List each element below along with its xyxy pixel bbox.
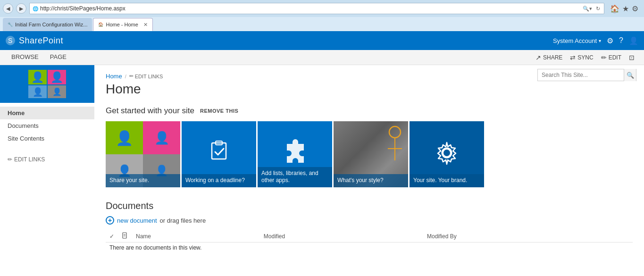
add-document-icon: +	[106, 216, 114, 225]
sidebar-edit-links[interactable]: ✏ EDIT LINKS	[0, 152, 94, 167]
share-person-pink: 👤	[143, 121, 180, 154]
col-modified-header: Modified	[260, 230, 423, 243]
settings-gear-icon[interactable]: ⚙	[607, 36, 613, 45]
ribbon-tabs: BROWSE PAGE ↗ SHARE ⇄ SYNC ✏ EDIT ⊡	[0, 50, 644, 65]
style-tile-label: What's your style?	[334, 174, 408, 187]
user-circle-icon[interactable]: 👤	[629, 36, 638, 45]
tab-browse[interactable]: BROWSE	[6, 50, 44, 65]
sidebar-item-home[interactable]: Home	[0, 107, 94, 119]
remove-this-button[interactable]: REMOVE THIS	[200, 108, 238, 114]
deadline-tile-label: Working on a deadline?	[182, 174, 256, 187]
tab-home[interactable]: 🏠 Home - Home ✕	[93, 18, 152, 31]
tab-initial-farm[interactable]: 🔧 Initial Farm Configuration Wiz...	[3, 18, 92, 31]
tile-style[interactable]: What's your style?	[334, 121, 408, 187]
search-input[interactable]	[538, 72, 624, 78]
col-file-icon	[118, 230, 132, 243]
apps-tile-label: Add lists, libraries, and other apps.	[258, 167, 332, 187]
svg-text:S: S	[8, 37, 12, 44]
refresh-button[interactable]: ↻	[595, 6, 601, 12]
sync-action[interactable]: ⇄ SYNC	[570, 54, 593, 61]
sidebar: 👤 👤 👤 👤 Home Documents Site Contents ✏ E…	[0, 65, 94, 276]
tab2-favicon: 🏠	[98, 22, 103, 27]
clipboard-check-icon	[207, 139, 231, 168]
settings-icon[interactable]: ⚙	[632, 4, 638, 13]
edit-links-label: EDIT LINKS	[14, 156, 45, 163]
share-icon: ↗	[535, 54, 541, 61]
col-name-header: Name	[132, 230, 260, 243]
user-account-button[interactable]: System Account ▾	[553, 37, 601, 44]
edit-action[interactable]: ✏ EDIT	[601, 54, 621, 61]
get-started-header: Get started with your site REMOVE THIS	[106, 106, 633, 116]
logo-person-pink: 👤	[48, 70, 66, 84]
home-icon[interactable]: 🏠	[610, 4, 619, 13]
style-decorative	[381, 125, 404, 163]
sharepoint-header: S SharePoint System Account ▾ ⚙ ? 👤	[0, 31, 644, 50]
site-logo: 👤 👤 👤 👤	[0, 65, 94, 103]
tab1-label: Initial Farm Configuration Wiz...	[15, 22, 87, 27]
edit-label: EDIT	[609, 54, 621, 61]
focus-action[interactable]: ⊡	[629, 54, 635, 61]
sharepoint-logo-text: SharePoint	[19, 36, 63, 46]
share-tile-label: Share your site.	[106, 174, 180, 187]
ribbon-right: ↗ SHARE ⇄ SYNC ✏ EDIT ⊡	[535, 54, 638, 61]
address-favicon: 🌐	[33, 6, 38, 11]
tile-share[interactable]: 👤 👤 👤 👤 Share your site.	[106, 121, 180, 187]
search-dropdown[interactable]: 🔍▾	[582, 6, 593, 12]
help-icon[interactable]: ?	[619, 36, 623, 45]
logo-person-green: 👤	[28, 70, 47, 84]
tab-page[interactable]: PAGE	[44, 50, 72, 65]
breadcrumb-edit-label: EDIT LINKS	[135, 74, 163, 79]
nav-list: Home Documents Site Contents	[0, 103, 94, 149]
sync-label: SYNC	[577, 54, 593, 61]
svg-rect-9	[123, 233, 126, 238]
favorites-icon[interactable]: ★	[622, 4, 629, 13]
content-area: 🔍 Home / ✏ EDIT LINKS Home Get started w…	[94, 65, 644, 276]
browser-right-buttons: 🏠 ★ ⚙	[607, 4, 641, 13]
tabs-bar: 🔧 Initial Farm Configuration Wiz... 🏠 Ho…	[0, 17, 644, 31]
col-modified-by-header: Modified By	[423, 230, 633, 243]
sidebar-item-documents[interactable]: Documents	[0, 119, 94, 132]
no-documents-message: There are no documents in this view.	[106, 243, 633, 253]
search-submit-button[interactable]: 🔍	[624, 69, 636, 81]
new-document-row: + new document or drag files here	[106, 216, 633, 225]
tile-brand[interactable]: Your site. Your brand.	[410, 121, 484, 187]
focus-icon: ⊡	[629, 54, 635, 61]
new-document-suffix: or drag files here	[160, 217, 206, 224]
breadcrumb-home-link[interactable]: Home	[106, 73, 122, 80]
breadcrumb-pencil-icon: ✏	[129, 73, 134, 79]
ribbon-left: BROWSE PAGE	[6, 50, 72, 65]
edit-links-pencil-icon: ✏	[8, 156, 12, 163]
svg-point-8	[443, 149, 451, 157]
breadcrumb-edit-links[interactable]: ✏ EDIT LINKS	[129, 73, 163, 79]
sync-icon: ⇄	[570, 54, 576, 61]
tiles-row: 👤 👤 👤 👤 Share your site.	[106, 121, 633, 187]
documents-table: ✓ Name Modified Modified By There are no…	[106, 230, 633, 253]
new-document-link[interactable]: new document	[117, 217, 157, 224]
puzzle-icon	[282, 139, 308, 168]
get-started-title: Get started with your site	[106, 106, 194, 116]
logo-person-blue: 👤	[28, 85, 47, 98]
tab1-favicon: 🔧	[8, 22, 13, 27]
sidebar-item-site-contents[interactable]: Site Contents	[0, 132, 94, 145]
tile-deadline[interactable]: Working on a deadline?	[182, 121, 256, 187]
share-action[interactable]: ↗ SHARE	[535, 54, 562, 61]
share-label: SHARE	[543, 54, 562, 61]
sp-header-right: System Account ▾ ⚙ ? 👤	[553, 36, 638, 45]
forward-button[interactable]: ▶	[16, 3, 26, 14]
svg-rect-2	[212, 143, 226, 159]
sp-logo: S SharePoint	[6, 36, 63, 46]
user-chevron-icon: ▾	[599, 38, 601, 43]
tile-apps[interactable]: Add lists, libraries, and other apps.	[258, 121, 332, 187]
sharepoint-logo-icon: S	[6, 36, 15, 45]
logo-person-gray: 👤	[48, 85, 66, 98]
user-label: System Account	[553, 37, 597, 44]
address-text: http://christ/SitePages/Home.aspx	[40, 5, 580, 12]
main-container: 👤 👤 👤 👤 Home Documents Site Contents ✏ E…	[0, 65, 644, 276]
back-button[interactable]: ◀	[3, 3, 13, 14]
address-bar[interactable]: 🌐 http://christ/SitePages/Home.aspx 🔍▾ ↻	[29, 3, 604, 14]
tab-close-button[interactable]: ✕	[143, 22, 148, 28]
documents-title: Documents	[106, 201, 633, 211]
edit-pencil-icon: ✏	[601, 54, 607, 61]
gear-brand-icon	[434, 140, 460, 167]
svg-point-4	[389, 126, 401, 138]
